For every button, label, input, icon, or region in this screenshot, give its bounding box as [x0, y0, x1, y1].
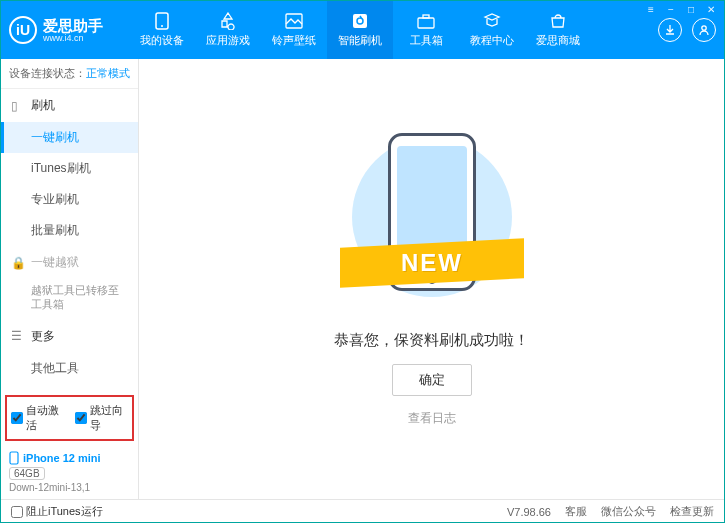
- toolbox-icon: [416, 12, 436, 30]
- sidebar: 设备连接状态：正常模式 ▯ 刷机 一键刷机 iTunes刷机 专业刷机 批量刷机…: [1, 59, 139, 499]
- device-identifier: Down-12mini-13,1: [9, 482, 130, 493]
- flash-icon: [350, 12, 370, 30]
- app-name: 爱思助手: [43, 18, 103, 33]
- nav-apps-games[interactable]: 应用游戏: [195, 1, 261, 59]
- phone-icon: [9, 451, 19, 465]
- lock-icon: 🔒: [11, 256, 25, 270]
- ok-button[interactable]: 确定: [392, 364, 472, 396]
- window-controls: ≡ − □ ✕: [644, 3, 718, 15]
- checkbox-auto-activate[interactable]: 自动激活: [11, 403, 65, 433]
- success-illustration: NEW: [352, 131, 512, 311]
- check-update-link[interactable]: 检查更新: [670, 504, 714, 519]
- nav-my-device[interactable]: 我的设备: [129, 1, 195, 59]
- device-info[interactable]: iPhone 12 mini 64GB Down-12mini-13,1: [1, 445, 138, 499]
- version-label: V7.98.66: [507, 506, 551, 518]
- jailbreak-note: 越狱工具已转移至工具箱: [1, 279, 138, 320]
- sidebar-list: ▯ 刷机 一键刷机 iTunes刷机 专业刷机 批量刷机 🔒 一键越狱 越狱工具…: [1, 89, 138, 391]
- phone-icon: [152, 12, 172, 30]
- close-icon[interactable]: ✕: [704, 3, 718, 15]
- storage-badge: 64GB: [9, 467, 45, 480]
- view-log-link[interactable]: 查看日志: [408, 410, 456, 427]
- svg-rect-7: [10, 452, 18, 464]
- sidebar-item-other-tools[interactable]: 其他工具: [1, 353, 138, 384]
- checkbox-skip-guide[interactable]: 跳过向导: [75, 403, 129, 433]
- new-ribbon: NEW: [340, 238, 524, 288]
- success-message: 恭喜您，保资料刷机成功啦！: [334, 331, 529, 350]
- sidebar-group-jailbreak[interactable]: 🔒 一键越狱: [1, 246, 138, 279]
- wallpaper-icon: [284, 12, 304, 30]
- app-url: www.i4.cn: [43, 33, 103, 43]
- nav-smart-flash[interactable]: 智能刷机: [327, 1, 393, 59]
- minimize-icon[interactable]: −: [664, 3, 678, 15]
- sidebar-item-download-firmware[interactable]: 下载固件: [1, 384, 138, 391]
- store-icon: [548, 12, 568, 30]
- footer-right: V7.98.66 客服 微信公众号 检查更新: [507, 504, 714, 519]
- logo-area: iU 爱思助手 www.i4.cn: [9, 16, 129, 44]
- sidebar-item-batch-flash[interactable]: 批量刷机: [1, 215, 138, 246]
- more-icon: ☰: [11, 329, 25, 343]
- svg-point-6: [702, 26, 706, 30]
- nav-ringtone-wallpaper[interactable]: 铃声壁纸: [261, 1, 327, 59]
- sidebar-group-flash[interactable]: ▯ 刷机: [1, 89, 138, 122]
- sidebar-item-oneclick-flash[interactable]: 一键刷机: [1, 122, 138, 153]
- svg-point-1: [161, 25, 163, 27]
- header-right: [658, 18, 716, 42]
- nav-store[interactable]: 爱思商城: [525, 1, 591, 59]
- logo-icon: iU: [9, 16, 37, 44]
- maximize-icon[interactable]: □: [684, 3, 698, 15]
- checkbox-block-itunes[interactable]: 阻止iTunes运行: [11, 504, 103, 519]
- footer-left: 阻止iTunes运行: [11, 504, 103, 519]
- app-header: ≡ − □ ✕ iU 爱思助手 www.i4.cn 我的设备 应用游戏 铃声壁纸…: [1, 1, 724, 59]
- svg-rect-5: [423, 15, 429, 18]
- phone-icon: ▯: [11, 99, 25, 113]
- device-name: iPhone 12 mini: [9, 451, 130, 465]
- user-button[interactable]: [692, 18, 716, 42]
- apps-icon: [218, 12, 238, 30]
- sidebar-item-itunes-flash[interactable]: iTunes刷机: [1, 153, 138, 184]
- device-status: 设备连接状态：正常模式: [1, 59, 138, 89]
- body: 设备连接状态：正常模式 ▯ 刷机 一键刷机 iTunes刷机 专业刷机 批量刷机…: [1, 59, 724, 499]
- nav-tutorials[interactable]: 教程中心: [459, 1, 525, 59]
- sidebar-item-pro-flash[interactable]: 专业刷机: [1, 184, 138, 215]
- flash-options: 自动激活 跳过向导: [5, 395, 134, 441]
- sidebar-group-more[interactable]: ☰ 更多: [1, 320, 138, 353]
- main-content: NEW 恭喜您，保资料刷机成功啦！ 确定 查看日志: [139, 59, 724, 499]
- svg-rect-4: [418, 18, 434, 28]
- nav-toolbox[interactable]: 工具箱: [393, 1, 459, 59]
- download-button[interactable]: [658, 18, 682, 42]
- main-nav: 我的设备 应用游戏 铃声壁纸 智能刷机 工具箱 教程中心 爱思商城: [129, 1, 658, 59]
- customer-service-link[interactable]: 客服: [565, 504, 587, 519]
- wechat-link[interactable]: 微信公众号: [601, 504, 656, 519]
- menu-icon[interactable]: ≡: [644, 3, 658, 15]
- tutorial-icon: [482, 12, 502, 30]
- footer: 阻止iTunes运行 V7.98.66 客服 微信公众号 检查更新: [1, 499, 724, 523]
